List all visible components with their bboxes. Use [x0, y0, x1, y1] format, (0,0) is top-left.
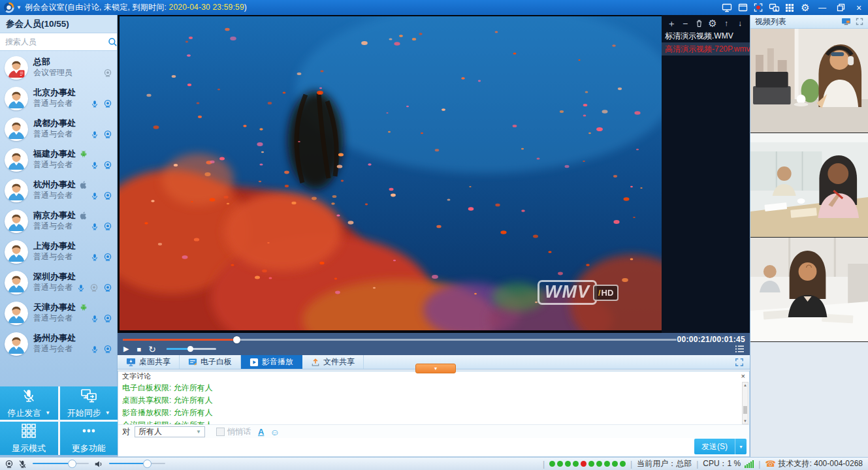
participant-row[interactable]: 总部会议管理员: [0, 52, 117, 83]
minimize-icon[interactable]: —: [813, 0, 831, 15]
app-logo-icon[interactable]: [3, 2, 14, 13]
webcam-icon[interactable]: [103, 314, 112, 323]
speaker-volume-handle[interactable]: [143, 460, 152, 468]
participant-row[interactable]: 南京办事处普通与会者: [0, 206, 117, 236]
add-icon[interactable]: ＋: [667, 19, 676, 27]
display-mode-icon[interactable]: [782, 0, 797, 15]
mic-icon[interactable]: [91, 191, 99, 200]
delete-icon[interactable]: [695, 19, 703, 27]
playlist-item[interactable]: 标清演示视频.WMV: [662, 29, 750, 42]
network-share-icon[interactable]: [766, 0, 782, 15]
webcam-icon[interactable]: [103, 222, 112, 231]
participant-row[interactable]: 深圳办事处普通与会者: [0, 267, 117, 298]
mic-volume-handle[interactable]: [68, 460, 76, 468]
mic-icon[interactable]: [91, 314, 99, 323]
chevron-down-icon[interactable]: ▼: [105, 410, 110, 416]
mic-off-action-button[interactable]: 停止发言▼: [0, 386, 58, 420]
chat-scrollbar[interactable]: ▲ ▼: [742, 382, 748, 424]
webcam-icon[interactable]: [103, 191, 112, 200]
webcam-icon[interactable]: [103, 161, 112, 170]
screen-share-icon[interactable]: [719, 0, 735, 15]
avatar: [5, 179, 28, 202]
playlist-toggle-icon[interactable]: [735, 345, 745, 353]
font-style-button[interactable]: A: [258, 427, 264, 437]
mic-icon[interactable]: [91, 222, 99, 231]
panel-collapse-handle[interactable]: ▼: [415, 364, 456, 373]
statusbar-speaker-icon[interactable]: [94, 460, 103, 469]
search-icon[interactable]: [108, 37, 118, 47]
maximize-icon[interactable]: [831, 0, 850, 15]
webcam-icon[interactable]: [103, 130, 112, 139]
send-button[interactable]: 发送(S) ▼: [694, 439, 747, 454]
participant-row[interactable]: 北京办事处普通与会者: [0, 83, 117, 114]
tab-whiteboard[interactable]: 电子白板: [180, 355, 241, 369]
webcam-icon[interactable]: [103, 283, 112, 292]
action-label: 显示模式: [12, 443, 46, 454]
settings-icon[interactable]: ⚙: [797, 0, 813, 15]
scroll-down-icon[interactable]: ▼: [743, 418, 748, 424]
mic-icon[interactable]: [91, 345, 99, 354]
titlebar-menu-chevron-icon[interactable]: ▼: [16, 5, 22, 10]
participant-row[interactable]: 扬州办事处普通与会者: [0, 328, 117, 359]
mic-icon[interactable]: [91, 99, 99, 108]
move-down-icon[interactable]: ↓: [736, 19, 745, 27]
volume-slider[interactable]: [167, 348, 216, 350]
remove-icon[interactable]: −: [681, 19, 690, 27]
tab-media-play[interactable]: 影音播放: [241, 355, 302, 369]
search-input[interactable]: [0, 33, 108, 51]
chevron-down-icon[interactable]: ▼: [45, 410, 50, 416]
more-action-button[interactable]: 更多功能: [60, 422, 118, 455]
webcam-off-icon[interactable]: [89, 283, 99, 292]
stop-button[interactable]: ■: [137, 345, 141, 353]
move-up-icon[interactable]: ↑: [722, 19, 731, 27]
webcam-icon[interactable]: [103, 99, 112, 108]
playlist-item[interactable]: 高清演示视频-720P.wmv删除: [662, 42, 750, 55]
participant-row[interactable]: 上海办事处普通与会者: [0, 236, 117, 267]
desktop-share-icon: [126, 358, 136, 367]
send-options-chevron-icon[interactable]: ▼: [735, 439, 747, 454]
settings-icon[interactable]: ⚙: [709, 19, 717, 27]
replay-button[interactable]: ↻: [148, 344, 156, 354]
recipient-select[interactable]: 所有人 ▼: [135, 426, 205, 437]
webcam-icon[interactable]: [103, 345, 112, 354]
panel-expand-icon[interactable]: [856, 18, 863, 25]
fullscreen-expand-icon[interactable]: [735, 358, 744, 367]
tab-file-share[interactable]: 文件共享: [302, 355, 364, 369]
participant-row[interactable]: 成都办事处普通与会者: [0, 114, 117, 144]
seek-bar[interactable]: [123, 339, 677, 341]
video-feed-2[interactable]: [750, 133, 868, 238]
whisper-checkbox[interactable]: [216, 428, 225, 436]
sync-action-button[interactable]: 开始同步▼: [60, 386, 118, 420]
scroll-thumb[interactable]: [743, 406, 747, 414]
statusbar-mic-muted-icon[interactable]: [18, 460, 27, 469]
emoji-button[interactable]: ☺: [270, 428, 279, 437]
mic-icon[interactable]: [91, 253, 99, 262]
close-icon[interactable]: ×: [850, 0, 868, 15]
tab-desktop-share[interactable]: 桌面共享: [118, 355, 180, 369]
video-layout-icon[interactable]: [841, 18, 851, 25]
webcam-off-icon[interactable]: [103, 69, 112, 78]
participant-row[interactable]: 天津办事处普通与会者: [0, 298, 117, 328]
media-play-icon: [249, 358, 259, 367]
webcam-icon[interactable]: [103, 253, 112, 262]
statusbar-webcam-icon[interactable]: [5, 460, 14, 469]
mic-volume-slider[interactable]: [33, 460, 89, 468]
scroll-up-icon[interactable]: ▲: [743, 383, 748, 388]
chat-close-icon[interactable]: ×: [741, 373, 745, 380]
message-input[interactable]: 发送(S) ▼: [118, 438, 749, 456]
mic-icon[interactable]: [91, 161, 99, 170]
video-feed-3[interactable]: [750, 238, 868, 342]
grid-action-button[interactable]: 显示模式: [0, 422, 58, 455]
volume-handle[interactable]: [187, 346, 193, 352]
speaker-volume-slider[interactable]: [109, 460, 165, 468]
window-capture-icon[interactable]: [735, 0, 750, 15]
play-button[interactable]: ▶: [123, 345, 129, 353]
participant-row[interactable]: 杭州办事处普通与会者: [0, 175, 117, 206]
participant-row[interactable]: 福建办事处普通与会者: [0, 144, 117, 175]
video-feed-1[interactable]: [750, 29, 868, 133]
video-display[interactable]: WMV /HD: [120, 16, 662, 330]
mic-icon[interactable]: [91, 130, 99, 139]
record-icon[interactable]: [750, 0, 766, 15]
seek-handle[interactable]: [233, 336, 240, 343]
mic-icon[interactable]: [77, 283, 85, 292]
